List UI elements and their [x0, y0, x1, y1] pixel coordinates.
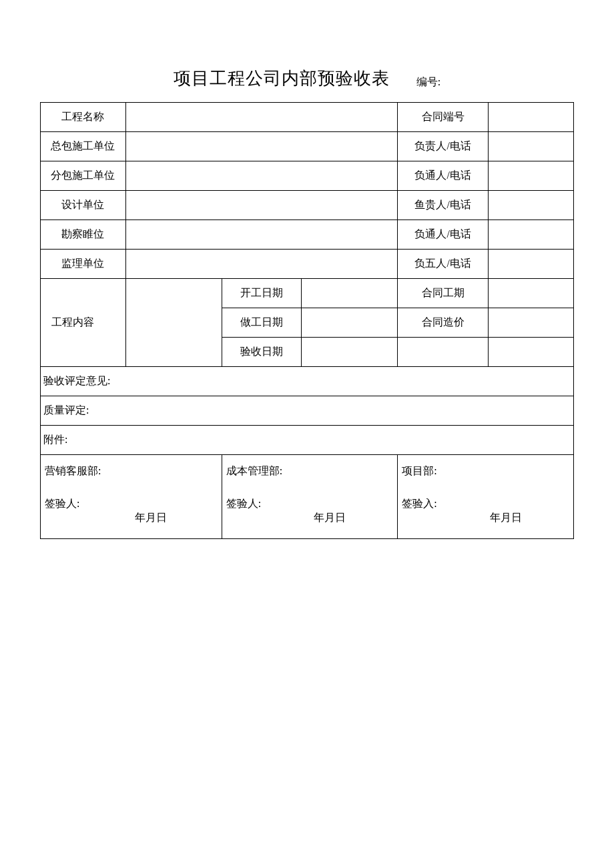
signoff-col-2: 成本管理部: 签验人: 年月日 [222, 455, 398, 539]
value-finish-date [302, 308, 398, 338]
value-sc-contact [489, 161, 574, 191]
serial-label: 编号: [416, 75, 440, 89]
value-sub-contractor [125, 161, 397, 191]
row-general-contractor: 总包施工单位 负责人/电话 [41, 132, 574, 161]
signoff-col-1: 营销客服部: 签验人: 年月日 [41, 455, 222, 539]
label-attachment: 附件: [43, 434, 67, 445]
row-project-name: 工程名称 合同端号 [41, 103, 574, 132]
value-survey-contact [489, 220, 574, 250]
row-survey-unit: 勘察睢位 负通人/电话 [41, 220, 574, 250]
row-sub-contractor: 分包施工单位 负通人/电话 [41, 161, 574, 191]
value-empty-1 [489, 338, 574, 367]
cell-opinion: 验收评定意见: [41, 367, 574, 396]
sign2-signer: 签验人: [226, 497, 394, 511]
label-opinion: 验收评定意见: [43, 375, 110, 386]
title-row: 项目工程公司内部预验收表 编号: [40, 67, 574, 90]
value-supervision-contact [489, 250, 574, 279]
label-sc-contact: 负通人/电话 [398, 161, 489, 191]
row-design-unit: 设计单位 鱼贵人/电话 [41, 191, 574, 220]
value-supervision-unit [125, 250, 397, 279]
value-contract-no [489, 103, 574, 132]
value-general-contractor [125, 132, 397, 161]
value-design-unit [125, 191, 397, 220]
sign1-signer: 签验人: [45, 497, 218, 511]
label-survey-unit: 勘察睢位 [41, 220, 126, 250]
row-opinion: 验收评定意见: [41, 367, 574, 396]
label-supervision-contact: 负五人/电话 [398, 250, 489, 279]
label-contract-price: 合同造价 [398, 308, 489, 338]
label-empty-1 [398, 338, 489, 367]
label-sub-contractor: 分包施工单位 [41, 161, 126, 191]
row-signoff: 营销客服部: 签验人: 年月日 成本管理部: 签验人: 年月日 项目部: 签验入… [41, 455, 574, 539]
document-page: 项目工程公司内部预验收表 编号: 工程名称 合同端号 总包施工单位 负责人/电话… [0, 0, 614, 868]
sign2-date: 年月日 [266, 511, 394, 529]
sign3-date: 年月日 [442, 511, 569, 529]
cell-quality: 质量评定: [41, 396, 574, 426]
label-start-date: 开工日期 [222, 279, 302, 308]
value-survey-unit [125, 220, 397, 250]
label-contract-no: 合同端号 [398, 103, 489, 132]
value-design-contact [489, 191, 574, 220]
sign3-dept: 项目部: [402, 464, 569, 478]
value-project-content [125, 279, 222, 367]
row-content-1: 工程内容 开工日期 合同工期 [41, 279, 574, 308]
label-general-contractor: 总包施工单位 [41, 132, 126, 161]
value-accept-date [302, 338, 398, 367]
row-attachment: 附件: [41, 426, 574, 455]
label-design-contact: 鱼贵人/电话 [398, 191, 489, 220]
value-contract-period [489, 279, 574, 308]
sign3-signer: 签验入: [402, 497, 569, 511]
label-supervision-unit: 监理单位 [41, 250, 126, 279]
label-quality: 质量评定: [43, 404, 89, 416]
sign1-dept: 营销客服部: [45, 464, 218, 478]
row-quality: 质量评定: [41, 396, 574, 426]
row-supervision-unit: 监理单位 负五人/电话 [41, 250, 574, 279]
label-project-content: 工程内容 [41, 279, 126, 367]
sign1-date: 年月日 [85, 511, 218, 529]
label-finish-date: 做工日期 [222, 308, 302, 338]
label-design-unit: 设计单位 [41, 191, 126, 220]
cell-attachment: 附件: [41, 426, 574, 455]
label-contract-period: 合同工期 [398, 279, 489, 308]
signoff-col-3: 项目部: 签验入: 年月日 [398, 455, 574, 539]
value-start-date [302, 279, 398, 308]
sign2-dept: 成本管理部: [226, 464, 394, 478]
label-gc-contact: 负责人/电话 [398, 132, 489, 161]
value-gc-contact [489, 132, 574, 161]
label-accept-date: 验收日期 [222, 338, 302, 367]
form-title: 项目工程公司内部预验收表 [174, 67, 390, 90]
value-project-name [125, 103, 397, 132]
label-project-name: 工程名称 [41, 103, 126, 132]
label-survey-contact: 负通人/电话 [398, 220, 489, 250]
value-contract-price [489, 308, 574, 338]
form-table: 工程名称 合同端号 总包施工单位 负责人/电话 分包施工单位 负通人/电话 设计… [40, 102, 574, 539]
